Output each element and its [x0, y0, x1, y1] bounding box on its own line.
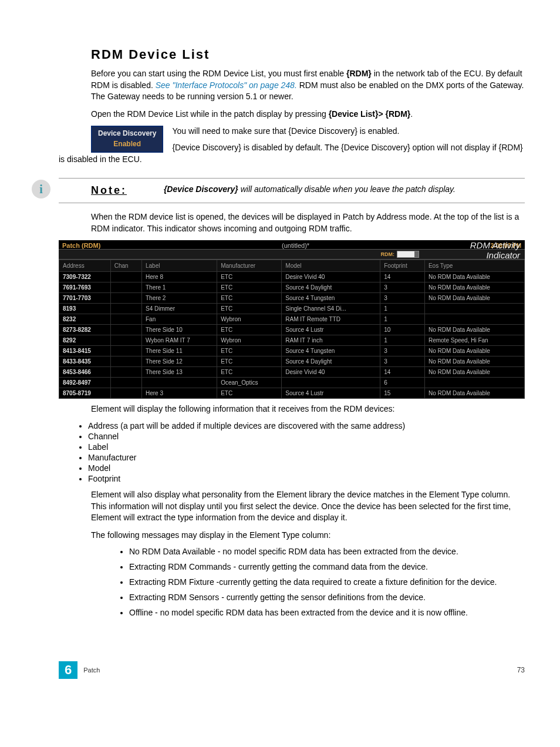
table-row: 8433-8435There Side 12ETCSource 4 Daylig… — [59, 356, 525, 367]
table-cell: Fan — [141, 314, 217, 325]
note-body: {Device Discovery} will automatically di… — [164, 184, 516, 194]
dd-l2c: {Device Discovery} — [341, 143, 410, 152]
table-cell: ETC — [217, 325, 282, 335]
table-cell: Single Channel S4 Di... — [282, 304, 380, 314]
table-cell: There 2 — [141, 293, 217, 304]
page-number: 73 — [517, 666, 525, 674]
callout-line2: Indicator — [486, 250, 520, 260]
rdm-activity-callout: RDM Activity Indicator — [470, 240, 520, 260]
p2-pre: Open the RDM Device List while in the pa… — [91, 109, 329, 119]
callout-line1: RDM Activity — [470, 240, 520, 250]
table-cell — [110, 282, 141, 293]
table-row: 7701-7703There 2ETCSource 4 Tungsten3No … — [59, 293, 525, 304]
paragraph-5: Element will also display what personali… — [91, 489, 525, 524]
dd-l2b: is disabled by default. The — [241, 143, 341, 152]
note-body-key: {Device Discovery} — [164, 184, 238, 194]
rdm-screenshot: RDM Activity Indicator Patch (RDM) (unti… — [59, 240, 525, 399]
table-cell: No RDM Data Available — [424, 293, 524, 304]
device-discovery-status: Enabled — [98, 140, 156, 148]
table-cell: ETC — [217, 356, 282, 367]
table-row: 8705-8719Here 3ETCSource 4 Lustr15No RDM… — [59, 388, 525, 399]
list-item: Extracting RDM Sensors - currently getti… — [129, 593, 525, 602]
table-cell: There 1 — [141, 282, 217, 293]
dd-l2a: {Device Discovery} — [172, 143, 241, 152]
p1-pre: Before you can start using the RDM Devic… — [91, 69, 346, 78]
intro-paragraph-2: Open the RDM Device List while in the pa… — [91, 109, 525, 120]
table-cell: ETC — [217, 304, 282, 314]
table-cell: 8193 — [59, 304, 111, 314]
table-cell: Desire Vivid 40 — [282, 272, 380, 282]
table-cell: ETC — [217, 272, 282, 282]
table-cell: There Side 12 — [141, 356, 217, 367]
paragraph-4: Element will display the following infor… — [91, 403, 525, 415]
page-footer: 6 Patch 73 — [59, 661, 525, 679]
dd-l1b: {Device Discovery} — [288, 126, 357, 136]
table-cell: 3 — [380, 346, 425, 356]
column-header: Manufacturer — [217, 260, 282, 272]
table-row: 8453-8466There Side 13ETCDesire Vivid 40… — [59, 367, 525, 378]
table-cell — [110, 356, 141, 367]
table-cell: 7701-7703 — [59, 293, 111, 304]
table-cell: 1 — [380, 335, 425, 346]
column-header: Address — [59, 260, 111, 272]
table-cell: 8273-8282 — [59, 325, 111, 335]
device-discovery-title: Device Discovery — [98, 129, 156, 137]
rdm-indicator-bar: RDM: — [59, 249, 525, 260]
note-body-text: will automatically disable when you leav… — [238, 184, 456, 194]
table-cell: There Side 10 — [141, 325, 217, 335]
table-cell: ETC — [217, 367, 282, 378]
table-cell: There Side 11 — [141, 346, 217, 356]
table-cell: 14 — [380, 272, 425, 282]
column-header: Model — [282, 260, 380, 272]
table-cell — [424, 314, 524, 325]
table-cell: No RDM Data Available — [424, 282, 524, 293]
table-cell: 1 — [380, 314, 425, 325]
table-cell — [110, 388, 141, 399]
paragraph-3: When the RDM device list is opened, the … — [91, 211, 525, 234]
list-item: Label — [88, 442, 525, 452]
table-cell: No RDM Data Available — [424, 346, 524, 356]
table-cell: 8705-8719 — [59, 388, 111, 399]
table-cell: 8292 — [59, 335, 111, 346]
note-label: Note: — [91, 184, 161, 197]
patch-rdm-tab: Patch (RDM) — [62, 242, 100, 249]
table-cell: RAM IT Remote TTD — [282, 314, 380, 325]
table-cell — [110, 314, 141, 325]
table-cell: S4 Dimmer — [141, 304, 217, 314]
table-cell: Desire Vivid 40 — [282, 367, 380, 378]
table-cell: Source 4 Lustr — [282, 388, 380, 399]
p2-post: . — [410, 109, 413, 119]
column-header: Footprint — [380, 260, 425, 272]
table-row: 8232FanWybronRAM IT Remote TTD1 — [59, 314, 525, 325]
table-cell: Remote Speed, Hi Fan — [424, 335, 524, 346]
table-cell: Here 8 — [141, 272, 217, 282]
table-cell — [110, 335, 141, 346]
column-header: Chan — [110, 260, 141, 272]
paragraph-6: The following messages may display in th… — [91, 530, 525, 541]
chapter-number-badge: 6 — [59, 661, 77, 679]
table-cell: 8232 — [59, 314, 111, 325]
table-row: 7309-7322Here 8ETCDesire Vivid 4014No RD… — [59, 272, 525, 282]
table-cell — [424, 304, 524, 314]
message-list: No RDM Data Available - no model specifi… — [106, 547, 525, 617]
table-cell — [110, 346, 141, 356]
dd-l2e: {RDM} — [499, 143, 523, 152]
list-item: Footprint — [88, 474, 525, 483]
intro-paragraph-1: Before you can start using the RDM Devic… — [91, 68, 525, 103]
dd-l2d: option will not display if — [410, 143, 499, 152]
table-cell: 8453-8466 — [59, 367, 111, 378]
dd-l2f: is disabled in the ECU. — [59, 154, 142, 164]
table-cell: Ocean_Optics — [217, 378, 282, 388]
table-cell — [110, 304, 141, 314]
list-item: No RDM Data Available - no model specifi… — [129, 547, 525, 556]
dd-l1c: is enabled. — [357, 126, 400, 136]
table-cell — [110, 272, 141, 282]
dd-l1a: You will need to make sure that — [172, 126, 288, 136]
table-cell — [424, 378, 524, 388]
table-cell — [141, 378, 217, 388]
info-list: Address (a part will be added if multipl… — [65, 421, 525, 483]
cross-reference-link[interactable]: See "Interface Protocols" on page 248. — [156, 80, 297, 90]
table-cell: No RDM Data Available — [424, 388, 524, 399]
rdm-indicator-label: RDM: — [381, 251, 395, 257]
file-title: (untitled)* — [100, 242, 490, 249]
